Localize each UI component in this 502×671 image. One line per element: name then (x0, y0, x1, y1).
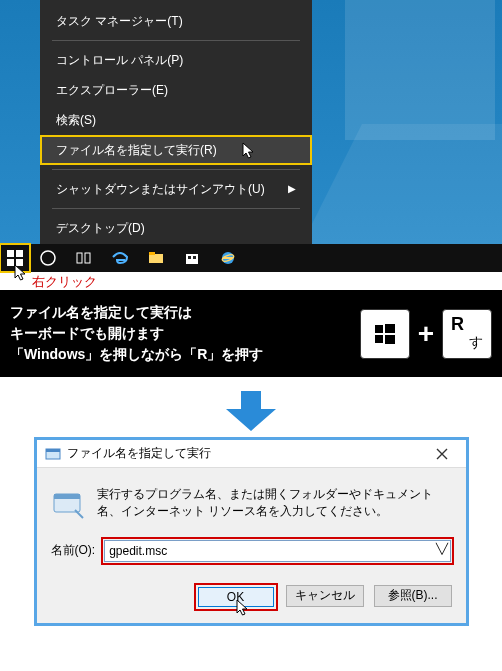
r-key-icon: R す (442, 309, 492, 359)
svg-rect-2 (7, 259, 14, 266)
name-input-highlight: ╲╱ (103, 539, 451, 563)
menu-task-manager[interactable]: タスク マネージャー(T) (40, 6, 312, 36)
name-label: 名前(O): (51, 542, 96, 559)
dialog-description: 実行するプログラム名、または開くフォルダーやドキュメント名、インターネット リソ… (97, 486, 452, 521)
r-key-sub: す (469, 334, 483, 352)
titlebar: ファイル名を指定して実行 (37, 440, 466, 468)
ok-button-highlight: OK (196, 585, 276, 609)
wallpaper-shape (345, 0, 495, 140)
key-combo: + R す (360, 309, 492, 359)
down-arrow (0, 377, 502, 437)
browse-label: 参照(B)... (388, 587, 438, 604)
menu-separator (52, 169, 300, 170)
dialog-buttons: OK キャンセル 参照(B)... (37, 575, 466, 623)
dialog-title: ファイル名を指定して実行 (67, 445, 426, 462)
menu-label: タスク マネージャー(T) (56, 6, 183, 36)
panel-contextmenu: タスク マネージャー(T) コントロール パネル(P) エクスプローラー(E) … (0, 0, 502, 290)
menu-explorer[interactable]: エクスプローラー(E) (40, 75, 312, 105)
browse-button[interactable]: 参照(B)... (374, 585, 452, 607)
svg-rect-1 (16, 250, 23, 257)
chevron-right-icon: ▶ (288, 174, 296, 204)
taskbar-store[interactable] (174, 244, 210, 272)
taskbar-ie[interactable] (210, 244, 246, 272)
menu-shutdown[interactable]: シャットダウンまたはサインアウト(U) ▶ (40, 174, 312, 204)
svg-rect-7 (149, 254, 163, 263)
plus-icon: + (418, 318, 434, 350)
cancel-button[interactable]: キャンセル (286, 585, 364, 607)
menu-run[interactable]: ファイル名を指定して実行(R) (40, 135, 312, 165)
menu-search[interactable]: 検索(S) (40, 105, 312, 135)
name-input[interactable] (104, 540, 450, 562)
svg-rect-21 (54, 494, 80, 499)
close-icon (436, 448, 448, 460)
close-button[interactable] (426, 444, 458, 464)
svg-rect-0 (7, 250, 14, 257)
windows-key-icon (360, 309, 410, 359)
tip-line2: キーボードでも開けます (10, 323, 263, 344)
menu-label: シャットダウンまたはサインアウト(U) (56, 174, 265, 204)
svg-rect-14 (375, 325, 383, 333)
tip-line1: ファイル名を指定して実行は (10, 302, 263, 323)
panel-shortcut-tip: ファイル名を指定して実行は キーボードでも開けます 「Windows」を押しなが… (0, 290, 502, 377)
svg-point-4 (41, 251, 55, 265)
run-dialog-icon (45, 446, 61, 462)
r-key-main: R (451, 314, 464, 335)
taskbar-edge[interactable] (102, 244, 138, 272)
name-row: 名前(O): ╲╱ (51, 539, 452, 563)
cursor-icon (242, 141, 256, 171)
menu-desktop[interactable]: デスクトップ(D) (40, 213, 312, 243)
tip-line3: 「Windows」を押しながら「R」を押す (10, 344, 263, 365)
menu-control-panel[interactable]: コントロール パネル(P) (40, 45, 312, 75)
svg-rect-8 (149, 252, 155, 255)
svg-rect-11 (193, 256, 196, 259)
taskbar-taskview[interactable] (66, 244, 102, 272)
svg-rect-10 (188, 256, 191, 259)
svg-rect-15 (385, 324, 395, 333)
menu-label: エクスプローラー(E) (56, 75, 168, 105)
menu-separator (52, 208, 300, 209)
start-context-menu: タスク マネージャー(T) コントロール パネル(P) エクスプローラー(E) … (40, 0, 312, 249)
svg-rect-6 (85, 253, 90, 263)
cursor-icon (14, 264, 28, 285)
menu-label: ファイル名を指定して実行(R) (56, 135, 217, 165)
svg-rect-19 (46, 449, 60, 452)
taskbar (0, 244, 502, 272)
menu-separator (52, 40, 300, 41)
dialog-description-row: 実行するプログラム名、または開くフォルダーやドキュメント名、インターネット リソ… (51, 486, 452, 521)
taskbar-cortana[interactable] (30, 244, 66, 272)
svg-rect-17 (385, 335, 395, 344)
wallpaper-shape-2 (302, 124, 502, 244)
run-body-icon (51, 486, 85, 520)
menu-label: デスクトップ(D) (56, 213, 145, 243)
cancel-label: キャンセル (295, 587, 355, 604)
panel-run-dialog: ファイル名を指定して実行 実行するプログラム名、または開くフォルダーやドキュメン… (0, 437, 502, 638)
shortcut-tip-text: ファイル名を指定して実行は キーボードでも開けます 「Windows」を押しなが… (10, 302, 263, 365)
dialog-body: 実行するプログラム名、または開くフォルダーやドキュメント名、インターネット リソ… (37, 468, 466, 575)
right-click-annotation: 右クリック (32, 273, 97, 291)
svg-rect-5 (77, 253, 82, 263)
run-dialog: ファイル名を指定して実行 実行するプログラム名、または開くフォルダーやドキュメン… (34, 437, 469, 626)
cursor-icon (236, 599, 250, 620)
menu-label: コントロール パネル(P) (56, 45, 183, 75)
svg-rect-16 (375, 335, 383, 343)
svg-rect-9 (186, 254, 198, 264)
menu-label: 検索(S) (56, 105, 96, 135)
taskbar-explorer[interactable] (138, 244, 174, 272)
